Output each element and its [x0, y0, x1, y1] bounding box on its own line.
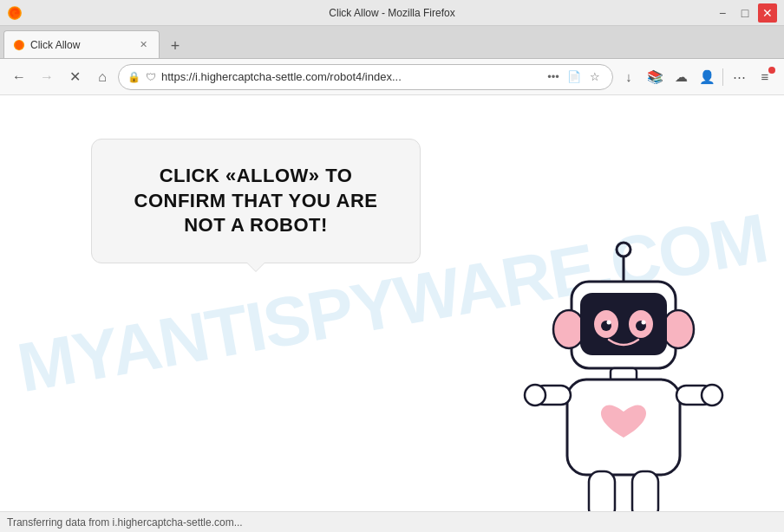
tab-close-button[interactable]: ✕ — [136, 38, 150, 52]
more-button[interactable]: ••• — [545, 68, 562, 86]
active-tab[interactable]: Click Allow ✕ — [3, 30, 160, 58]
status-text: Transferring data from i.highercaptcha-s… — [7, 516, 243, 529]
address-bar-icons: ••• 📄 ☆ — [545, 68, 604, 86]
title-bar-left — [7, 5, 23, 21]
svg-point-2 — [617, 243, 630, 256]
minimize-button[interactable]: − — [713, 3, 732, 23]
tab-favicon — [13, 39, 25, 51]
menu-button[interactable]: ≡ — [753, 65, 777, 89]
tab-label: Click Allow — [30, 39, 80, 51]
speech-bubble-text: CLICK «ALLOW» TO CONFIRM THAT YOU ARE NO… — [120, 164, 392, 238]
svg-point-12 — [607, 321, 611, 325]
page-content: MYANTISPYWARE.COM CLICK «ALLOW» TO CONFI… — [0, 95, 784, 511]
library-icon[interactable]: 📚 — [643, 65, 667, 89]
nav-bar: ← → ✕ ⌂ 🔒 🛡 https://i.highercaptcha-sett… — [0, 59, 784, 95]
address-bar[interactable]: 🔒 🛡 https://i.highercaptcha-settle.com/r… — [118, 64, 613, 90]
home-button[interactable]: ⌂ — [90, 65, 114, 89]
url-display: https://i.highercaptcha-settle.com/robot… — [161, 70, 539, 83]
close-button[interactable]: ✕ — [758, 3, 777, 23]
firefox-icon — [7, 5, 23, 21]
bookmark-star-icon[interactable]: ☆ — [586, 68, 604, 86]
forward-button[interactable]: → — [35, 65, 59, 89]
sync-icon[interactable]: ☁ — [669, 65, 693, 89]
download-icon[interactable]: ↓ — [617, 65, 641, 89]
notification-badge — [768, 67, 775, 74]
stop-button[interactable]: ✕ — [62, 65, 87, 89]
back-button[interactable]: ← — [7, 65, 31, 89]
svg-rect-20 — [589, 471, 615, 511]
speech-bubble: CLICK «ALLOW» TO CONFIRM THAT YOU ARE NO… — [91, 139, 421, 263]
account-icon[interactable]: 👤 — [695, 65, 719, 89]
window-title: Click Allow - Mozilla Firefox — [329, 7, 454, 19]
lock-icon: 🔒 — [127, 71, 140, 83]
toolbar-icons: ↓ 📚 ☁ 👤 ⋯ ≡ — [617, 65, 777, 89]
maximize-button[interactable]: □ — [735, 3, 755, 23]
extensions-button[interactable]: ⋯ — [727, 65, 751, 89]
svg-point-18 — [525, 385, 546, 405]
svg-point-13 — [642, 321, 646, 325]
reader-view-icon[interactable]: 📄 — [565, 68, 583, 86]
svg-point-6 — [663, 310, 694, 348]
svg-point-5 — [553, 310, 585, 348]
new-tab-button[interactable]: + — [163, 34, 187, 58]
title-bar: Click Allow - Mozilla Firefox − □ ✕ — [0, 0, 784, 26]
status-bar: Transferring data from i.highercaptcha-s… — [0, 511, 784, 532]
toolbar-separator — [722, 68, 723, 86]
svg-rect-21 — [632, 471, 658, 511]
robot-image — [498, 234, 749, 511]
tab-bar: Click Allow ✕ + — [0, 26, 784, 59]
title-bar-controls: − □ ✕ — [713, 3, 777, 23]
svg-point-19 — [702, 385, 722, 405]
